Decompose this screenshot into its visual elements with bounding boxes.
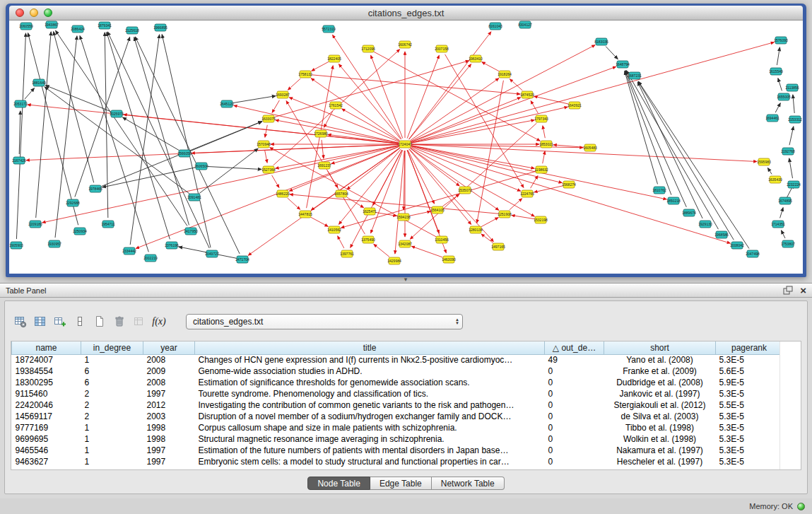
graph-edge[interactable] bbox=[409, 32, 491, 139]
table-cell[interactable]: 0 bbox=[545, 366, 604, 377]
graph-node[interactable]: 1463090 bbox=[442, 256, 456, 263]
column-header-in_degree[interactable]: in_degree bbox=[81, 341, 143, 354]
graph-node[interactable]: 1726980 bbox=[314, 130, 328, 137]
table-cell[interactable]: Estimation of significance thresholds fo… bbox=[195, 377, 545, 388]
table-row[interactable]: 946554611997Estimation of the future num… bbox=[12, 445, 783, 456]
table-row[interactable]: 911546021997Tourette syndrome. Phenomeno… bbox=[12, 388, 783, 399]
graph-edge[interactable] bbox=[512, 216, 534, 219]
graph-edge[interactable] bbox=[777, 47, 779, 65]
graph-node[interactable]: 1635439 bbox=[768, 176, 782, 183]
table-selector-dropdown[interactable]: citations_edges.txt ▲▼ bbox=[186, 314, 463, 329]
graph-node[interactable]: 1564105 bbox=[430, 206, 445, 214]
graph-node[interactable]: 2091481 bbox=[187, 194, 201, 201]
table-row[interactable]: 977716911998Corpus callosum shape and si… bbox=[12, 422, 783, 433]
graph-node[interactable]: 1570948 bbox=[257, 141, 271, 148]
graph-node[interactable]: 2002219 bbox=[143, 255, 158, 262]
graph-node[interactable]: 2376196 bbox=[165, 242, 179, 249]
table-cell[interactable]: 1 bbox=[81, 445, 143, 456]
graph-node[interactable]: 2566050 bbox=[177, 150, 192, 157]
graph-edge[interactable] bbox=[780, 208, 784, 218]
graph-edge[interactable] bbox=[272, 100, 279, 113]
graph-node[interactable]: 2209180 bbox=[28, 221, 42, 228]
table-cell[interactable]: 1997 bbox=[143, 456, 195, 467]
graph-edge[interactable] bbox=[411, 107, 568, 143]
table-cell[interactable]: 2008 bbox=[143, 354, 195, 366]
table-cell[interactable]: Stergiakouli et al. (2012) bbox=[604, 399, 716, 411]
graph-node[interactable]: 8183036 bbox=[594, 38, 608, 45]
graph-node[interactable]: 1527364 bbox=[261, 166, 276, 173]
table-cell[interactable]: 0 bbox=[545, 433, 604, 445]
graph-node[interactable]: 2113856 bbox=[785, 84, 799, 91]
graph-edge[interactable] bbox=[775, 103, 780, 112]
graph-node[interactable]: 2007158 bbox=[435, 45, 449, 52]
graph-node[interactable]: 1930957 bbox=[47, 240, 61, 247]
graph-edge[interactable] bbox=[123, 117, 180, 151]
column-header-title[interactable]: title bbox=[195, 341, 545, 354]
graph-node[interactable]: 1954711 bbox=[101, 221, 114, 228]
graph-edge[interactable] bbox=[778, 78, 782, 91]
graph-edge[interactable] bbox=[341, 172, 536, 228]
tab-network-table[interactable]: Network Table bbox=[432, 477, 505, 490]
graph-edge[interactable] bbox=[625, 71, 671, 194]
graph-edge[interactable] bbox=[107, 33, 170, 240]
graph-edge[interactable] bbox=[411, 246, 442, 257]
graph-node[interactable]: 1674895 bbox=[778, 197, 792, 204]
graph-edge[interactable] bbox=[265, 125, 267, 137]
graph-edge[interactable] bbox=[639, 81, 750, 248]
graph-node[interactable]: 1810762 bbox=[652, 187, 666, 194]
graph-edge[interactable] bbox=[410, 123, 536, 239]
close-button[interactable] bbox=[16, 8, 24, 17]
graph-node[interactable]: 2049727 bbox=[205, 250, 219, 257]
graph-node[interactable]: 1761542 bbox=[329, 102, 343, 109]
graph-edge[interactable] bbox=[190, 122, 262, 151]
table-row[interactable]: 1872400712008Changes of HCN gene express… bbox=[12, 354, 783, 366]
table-cell[interactable]: 0 bbox=[545, 411, 604, 422]
graph-edge[interactable] bbox=[481, 218, 498, 227]
graph-node[interactable]: 1568274 bbox=[562, 181, 576, 188]
graph-node[interactable]: 1535072 bbox=[458, 187, 472, 194]
graph-node[interactable]: 1655005 bbox=[777, 93, 791, 100]
table-cell[interactable]: 5.3E-5 bbox=[716, 411, 783, 422]
table-cell[interactable]: Disruption of a novel member of a sodium… bbox=[195, 411, 545, 422]
graph-node[interactable]: 2471704 bbox=[235, 256, 249, 263]
tab-edge-table[interactable]: Edge Table bbox=[370, 477, 432, 490]
table-cell[interactable]: 0 bbox=[545, 399, 604, 411]
column-header-year[interactable]: year bbox=[143, 341, 195, 354]
graph-edge[interactable] bbox=[312, 62, 329, 71]
table-cell[interactable]: Changes of HCN gene expression and I(f) … bbox=[195, 354, 545, 366]
graph-node[interactable]: 1881649 bbox=[32, 79, 46, 86]
column-header-name[interactable]: name bbox=[12, 341, 81, 354]
graph-node[interactable]: 2232224 bbox=[787, 181, 801, 188]
column-header-pagerank[interactable]: pagerank bbox=[716, 341, 783, 354]
graph-node[interactable]: 1310456 bbox=[435, 236, 449, 243]
graph-edge[interactable] bbox=[531, 101, 538, 114]
graph-edge[interactable] bbox=[789, 158, 793, 178]
graph-edge[interactable] bbox=[107, 32, 209, 248]
table-cell[interactable]: 5.3E-5 bbox=[716, 433, 783, 445]
table-cell[interactable]: 2008 bbox=[143, 377, 195, 388]
table-cell[interactable]: Nakamura et al. (1997) bbox=[604, 445, 716, 456]
graph-edge[interactable] bbox=[477, 81, 504, 223]
graph-node[interactable]: 2053172 bbox=[13, 100, 28, 107]
table-cell[interactable]: 14569117 bbox=[12, 411, 81, 422]
graph-node[interactable]: 1879341 bbox=[98, 22, 112, 29]
graph-edge[interactable] bbox=[339, 64, 401, 139]
graph-edge[interactable] bbox=[481, 234, 493, 243]
graph-node[interactable]: 2645120 bbox=[220, 100, 234, 107]
graph-node[interactable]: 1643921 bbox=[567, 102, 582, 109]
graph-edge[interactable] bbox=[54, 32, 94, 183]
graph-node[interactable]: 2060559 bbox=[19, 23, 33, 30]
table-cell[interactable]: 9465546 bbox=[12, 445, 81, 456]
table-cell[interactable]: 1997 bbox=[143, 388, 195, 399]
graph-node[interactable]: 1758132 bbox=[298, 71, 312, 78]
graph-node[interactable]: 2606504 bbox=[194, 163, 208, 170]
table-cell[interactable]: 1 bbox=[81, 456, 143, 467]
graph-edge[interactable] bbox=[374, 244, 389, 257]
graph-node[interactable]: 1447815 bbox=[298, 211, 312, 218]
graph-node[interactable]: 2047498 bbox=[746, 250, 760, 257]
graph-node[interactable]: 1724047 bbox=[398, 141, 412, 148]
graph-node[interactable]: 1486220 bbox=[276, 190, 290, 197]
graph-node[interactable]: 1576093 bbox=[774, 37, 788, 44]
graph-edge[interactable] bbox=[36, 32, 51, 218]
graph-node[interactable]: 1753807 bbox=[781, 240, 795, 247]
